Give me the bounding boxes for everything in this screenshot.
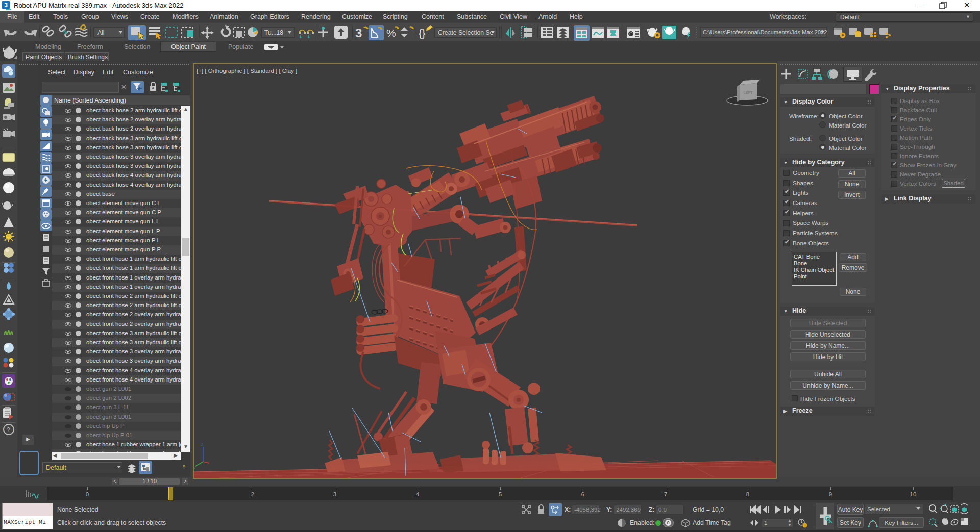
svg-text:LEFT: LEFT xyxy=(744,90,753,95)
svg-text:+: + xyxy=(299,34,302,40)
svg-text:Create Selection Se: Create Selection Se xyxy=(438,29,494,36)
svg-text:C:\Users\Professional\Document: C:\Users\Professional\Documents\3ds Max … xyxy=(703,29,827,35)
svg-text:+: + xyxy=(307,34,310,40)
svg-text:?: ? xyxy=(7,426,10,434)
svg-text:%: % xyxy=(386,27,396,39)
svg-text:{}: {} xyxy=(419,28,426,39)
svg-text:3: 3 xyxy=(4,2,8,9)
svg-text:All: All xyxy=(97,29,104,36)
svg-text:Y: Y xyxy=(194,467,196,471)
svg-text:Z: Z xyxy=(201,442,203,447)
svg-text:3: 3 xyxy=(355,26,362,40)
svg-text:Tu...18: Tu...18 xyxy=(264,29,283,36)
